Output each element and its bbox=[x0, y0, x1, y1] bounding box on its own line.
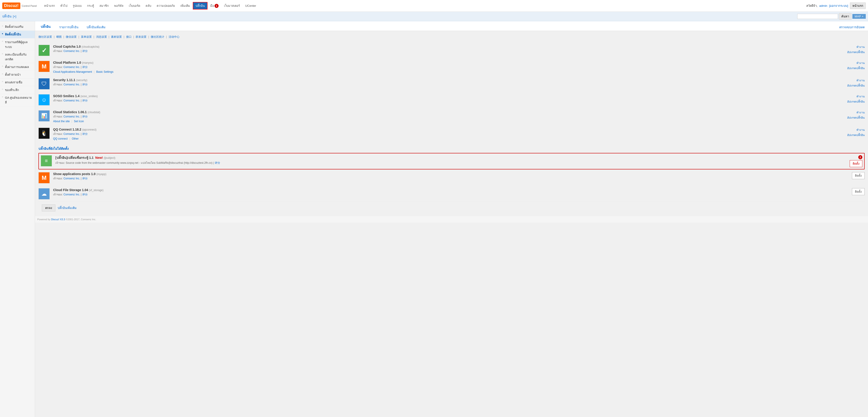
upgrade-link-qqconnect[interactable]: อัปเกรดปลั๊กอิน bbox=[847, 133, 865, 137]
run-link-soso[interactable]: ทำงาน bbox=[857, 94, 865, 98]
search-input[interactable] bbox=[797, 14, 838, 19]
nav-hand[interactable]: มือ 1 bbox=[208, 2, 221, 9]
install-button-myapp[interactable]: ติดตั้ง bbox=[852, 172, 865, 179]
nav-club[interactable]: คลับ bbox=[143, 2, 154, 9]
install-button-xfstorage[interactable]: ติดตั้ง bbox=[852, 188, 865, 195]
cn-link-6[interactable]: 接口 bbox=[126, 35, 131, 38]
author-link-qqconnect[interactable]: Comsenz Inc. bbox=[64, 132, 80, 135]
other-link[interactable]: Other bbox=[72, 137, 79, 140]
plugin-info-ljsubject: [ปลั๊กอิน]เปลี่ยนชื่อกระทู้ 1.1 New! (lj… bbox=[55, 155, 847, 165]
author-link-cloudcaptcha[interactable]: Comsenz Inc. bbox=[64, 50, 80, 53]
cn-link-5[interactable]: 素材设置 bbox=[111, 35, 122, 38]
author-link-soso[interactable]: Comsenz Inc. bbox=[64, 99, 80, 102]
nav-member[interactable]: สมาชิก bbox=[97, 2, 112, 9]
sidebar-item-stats[interactable]: รายงานสถิติผู้ดูแลระบบ bbox=[0, 38, 35, 51]
plugin-name-xfstorage: Cloud File Storage 1.04 (xf_storage) bbox=[53, 188, 848, 192]
sidebar-item-display[interactable]: ตั้งผ่านการแสดงผล bbox=[0, 63, 35, 71]
upgrade-link-cloudstat[interactable]: อัปเกรดปลั๊กอิน bbox=[847, 116, 865, 120]
plugin-name-cloudplatform: Cloud Platform 1.0 (manyou) bbox=[53, 61, 844, 64]
rating-link-ljsubject[interactable]: 评分 bbox=[215, 161, 220, 164]
tab-bar: ปลั๊กอิน รายการปลั๊กอิน ปลั๊กอินเพิ่มเติ… bbox=[35, 21, 868, 31]
map-button[interactable]: MAP + bbox=[852, 14, 866, 19]
sidebar-item-slogan[interactable]: ตั้งคำลายนำ bbox=[0, 71, 35, 78]
header-right: สวัสดีจ้า, admin [ออกจากระบบ] หน้าแรก bbox=[806, 2, 866, 9]
nav-home[interactable]: หน้าแรก bbox=[41, 2, 58, 9]
plugin-icon-ljsubject: ≡ bbox=[41, 155, 52, 166]
author-link-cloudplatform[interactable]: Comsenz Inc. bbox=[64, 65, 80, 69]
author-link-xfstorage[interactable]: Comsenz Inc. bbox=[64, 193, 80, 196]
footer-powered: Powered by bbox=[37, 218, 51, 221]
nav-webmaster[interactable]: เว็บมาสเตอร์ bbox=[221, 2, 243, 9]
plugin-item-xfstorage: ☁ Cloud File Storage 1.04 (xf_storage) เ… bbox=[38, 186, 865, 202]
sidebar-item-plugin[interactable]: ติดตั้งปลั๊กอิน bbox=[0, 31, 35, 38]
rating-link-security[interactable]: 评分 bbox=[82, 83, 88, 86]
sidebar-item-decorate[interactable]: ตกแต่งรายชื่อ bbox=[0, 78, 35, 86]
sidebar-item-gift[interactable]: ของที่ระลึก bbox=[0, 86, 35, 94]
plugin-actions-qqconnect: ทำงาน อัปเกรดปลั๊กอิน bbox=[844, 128, 865, 137]
home-button[interactable]: หน้าแรก bbox=[850, 2, 866, 9]
username-link[interactable]: admin bbox=[819, 4, 827, 7]
rating-link-xfstorage[interactable]: 评分 bbox=[82, 193, 88, 196]
sidebar-item-register[interactable]: ลงทะเบียนเพื่อรับเครดิต bbox=[0, 51, 35, 63]
run-link-cloudplatform[interactable]: ทำงาน bbox=[857, 61, 865, 65]
nav-portal[interactable]: พอร์ทัล bbox=[112, 2, 126, 9]
author-link-cloudstat[interactable]: Comsenz Inc. bbox=[64, 115, 80, 118]
upgrade-link-soso[interactable]: อัปเกรดปลั๊กอิน bbox=[847, 99, 865, 104]
nav-security[interactable]: ความปลอดภัย bbox=[154, 2, 178, 9]
cn-link-7[interactable]: 群发设置 bbox=[135, 35, 147, 38]
run-link-security[interactable]: ทำงาน bbox=[857, 78, 865, 83]
nav-ucenter[interactable]: UCenter bbox=[243, 3, 259, 9]
plugin-author-cloudcaptcha: เจ้าของ: Comsenz Inc. | 评分 bbox=[53, 49, 844, 53]
run-link-cloudstat[interactable]: ทำงาน bbox=[857, 110, 865, 115]
sidebar-item-addon[interactable]: ติดตั้งส่วนเสริม bbox=[0, 23, 35, 31]
footer-powered-link[interactable]: Discuz! X3.3 bbox=[51, 218, 65, 221]
add-plugin-link[interactable]: [+] bbox=[13, 15, 16, 18]
plugin-info-xfstorage: Cloud File Storage 1.04 (xf_storage) เจ้… bbox=[53, 188, 848, 196]
qq-connect-link[interactable]: QQ connect bbox=[53, 137, 68, 140]
rating-link-cloudstat[interactable]: 评分 bbox=[82, 115, 88, 118]
cn-link-1[interactable]: 晒图 bbox=[56, 35, 62, 38]
cn-link-8[interactable]: 微社区统计 bbox=[151, 35, 164, 38]
logout-link[interactable]: [ออกจากระบบ] bbox=[829, 3, 848, 8]
rating-link-qqconnect[interactable]: 评分 bbox=[82, 132, 88, 135]
upgrade-link-cloudplatform[interactable]: อัปเกรดปลั๊กอิน bbox=[847, 66, 865, 70]
set-icon-link[interactable]: Set Icon bbox=[74, 120, 84, 123]
about-site-link[interactable]: About the site bbox=[53, 120, 70, 123]
search-button[interactable]: ค้นหา bbox=[839, 13, 851, 20]
nav-style[interactable]: รูปแบบ bbox=[70, 2, 84, 9]
nav-plugin[interactable]: ปลั๊กอิน bbox=[193, 2, 208, 9]
rating-link-cloudcaptcha[interactable]: 评分 bbox=[82, 50, 88, 53]
author-link-myapp[interactable]: Comsenz Inc. bbox=[64, 177, 80, 180]
nav-more[interactable]: เพิ่มเติม bbox=[178, 2, 193, 9]
basic-settings-link[interactable]: Basic Settings bbox=[96, 70, 114, 73]
cn-link-2[interactable]: 微信设置 bbox=[66, 35, 76, 38]
rating-link-myapp[interactable]: 评分 bbox=[82, 177, 88, 180]
cn-links: 微社区设置 | 晒图 | 微信设置 | 菜单设置 | 消息设置 | 素材设置 |… bbox=[38, 33, 865, 41]
upgrade-link-cloudcaptcha[interactable]: อัปเกรดปลั๊กอิน bbox=[847, 50, 865, 54]
plugin-icon-xfstorage: ☁ bbox=[38, 188, 50, 199]
tab-plugin[interactable]: ปลั๊กอิน bbox=[38, 23, 53, 31]
nav-board[interactable]: เว็บบอร์ด bbox=[126, 2, 143, 9]
submit-button[interactable]: ตกลง bbox=[42, 204, 55, 212]
rating-link-cloudplatform[interactable]: 评分 bbox=[82, 65, 88, 69]
upgrade-link-security[interactable]: อัปเกรดปลั๊กอิน bbox=[847, 83, 865, 88]
cn-link-9[interactable]: 活动中心 bbox=[168, 35, 180, 38]
author-link-security[interactable]: Comsenz Inc. bbox=[64, 83, 80, 86]
cn-link-4[interactable]: 消息设置 bbox=[96, 35, 107, 38]
tab-plugin-list[interactable]: รายการปลั๊กอิน bbox=[57, 24, 80, 31]
plugin-icon-cloudplatform: M bbox=[38, 61, 50, 72]
add-more-link[interactable]: ปลั๊กอินเพิ่มเติม bbox=[58, 205, 76, 210]
rating-link-soso[interactable]: 评分 bbox=[82, 99, 88, 102]
run-link-qqconnect[interactable]: ทำงาน bbox=[857, 128, 865, 132]
cn-link-3[interactable]: 菜单设置 bbox=[81, 35, 92, 38]
sidebar-item-ga[interactable]: GA ศูนย์ของจดหมายสิ่ bbox=[0, 94, 35, 106]
nav-general[interactable]: ทั่วไป bbox=[58, 2, 70, 9]
cn-link-0[interactable]: 微社区设置 bbox=[38, 35, 52, 38]
check-update-link[interactable]: ตรวจสอบการอัปเดต bbox=[839, 24, 865, 31]
cloud-app-mgmt-link[interactable]: Cloud Applications Management bbox=[53, 70, 92, 73]
breadcrumb-plugin[interactable]: ปลั๊กอิน bbox=[2, 14, 11, 19]
install-button-ljsubject[interactable]: ติดตั้ง bbox=[850, 160, 862, 167]
nav-forum[interactable]: กระทู้ bbox=[84, 2, 97, 9]
tab-plugin-more[interactable]: ปลั๊กอินเพิ่มเติม bbox=[85, 24, 107, 31]
run-link-cloudcaptcha[interactable]: ทำงาน bbox=[857, 45, 865, 49]
